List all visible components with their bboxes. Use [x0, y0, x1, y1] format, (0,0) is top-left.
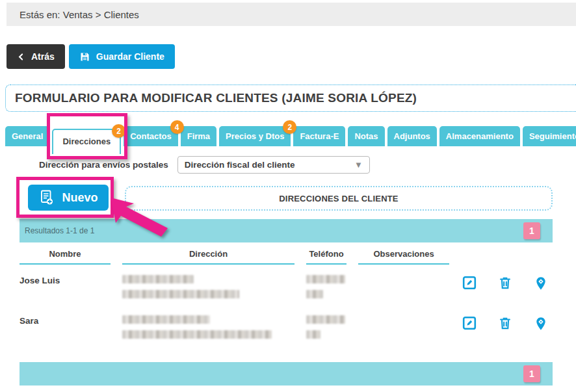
tab-contactos[interactable]: Contactos4 [124, 126, 178, 146]
tab-adjuntos[interactable]: Adjuntos [387, 126, 437, 146]
tab-almacenamiento[interactable]: Almacenamiento [439, 126, 520, 146]
row-direccion [122, 315, 295, 345]
tab-label: General [12, 131, 43, 141]
new-address-button[interactable]: Nuevo [28, 185, 109, 211]
redacted-text [122, 330, 272, 339]
save-icon [79, 51, 90, 62]
page-number-badge[interactable]: 1 [523, 222, 540, 239]
tab-count-badge: 2 [112, 124, 125, 138]
addresses-panel-title: DIRECCIONES DEL CLIENTE [125, 186, 553, 211]
map-pin-button[interactable] [532, 275, 549, 292]
row-telefono [306, 315, 347, 345]
redacted-text [122, 290, 239, 298]
delete-button[interactable] [497, 315, 514, 332]
addresses-panel-title-text: DIRECCIONES DEL CLIENTE [279, 194, 399, 203]
redacted-text [122, 275, 194, 283]
tab-notas[interactable]: Notas [348, 126, 384, 146]
addresses-table-header: NombreDirecciónTeléfonoObservaciones [20, 242, 553, 265]
tab-label: Direcciones [62, 137, 111, 146]
address-table-body: Jose Luis [20, 265, 553, 345]
delete-button[interactable] [497, 275, 514, 292]
redacted-text [306, 275, 345, 283]
table-row: Sara [20, 305, 553, 345]
map-pin-icon [534, 275, 548, 292]
tab-general[interactable]: General [5, 126, 49, 146]
row-actions [461, 315, 560, 345]
table-row: Jose Luis [20, 265, 553, 305]
new-address-button-label: Nuevo [62, 191, 98, 205]
tab-label: Precios y Dtos [226, 131, 284, 141]
tab-seguimiento[interactable]: Seguimiento [523, 126, 576, 146]
column-header: Observaciones [358, 242, 449, 265]
tab-label: Adjuntos [394, 131, 430, 141]
chevron-left-icon [17, 53, 25, 61]
row-direccion [122, 275, 295, 305]
trash-icon [498, 275, 512, 291]
page-title-text: FORMULARIO PARA MODIFICAR CLIENTES (JAIM… [15, 91, 417, 105]
tab-label: Seguimiento [529, 131, 576, 141]
edit-button[interactable] [461, 315, 478, 332]
column-header: Nombre [20, 242, 111, 265]
redacted-text [306, 315, 345, 324]
postal-address-select[interactable]: Dirección fiscal del cliente ▼ [177, 156, 370, 174]
action-toolbar: Atrás Guardar Cliente [7, 44, 576, 69]
save-client-label: Guardar Cliente [96, 51, 164, 62]
row-name: Sara [20, 315, 111, 345]
tab-label: Factura-E [300, 131, 339, 141]
tab-bar: GeneralDirecciones2Contactos4FirmaPrecio… [5, 126, 576, 146]
document-plus-icon [38, 189, 55, 206]
row-name: Jose Luis [20, 275, 111, 305]
redacted-text [122, 315, 210, 324]
back-button-label: Atrás [31, 51, 55, 62]
row-telefono [306, 275, 347, 305]
tab-label: Contactos [130, 131, 172, 141]
back-button[interactable]: Atrás [7, 44, 65, 69]
page-title: FORMULARIO PARA MODIFICAR CLIENTES (JAIM… [5, 85, 576, 112]
tab-precios-y-dtos[interactable]: Precios y Dtos2 [219, 126, 291, 146]
tab-factura-e[interactable]: Factura-E [293, 126, 345, 146]
column-header-actions [461, 242, 553, 265]
postal-address-selected-value: Dirección fiscal del cliente [185, 160, 295, 170]
pagination-bar: 1 [20, 362, 553, 385]
edit-icon [462, 315, 477, 331]
row-observaciones [358, 275, 449, 305]
new-address-row: Nuevo DIRECCIONES DEL CLIENTE [20, 185, 553, 211]
redacted-text [306, 290, 323, 298]
tab-firma[interactable]: Firma [181, 126, 216, 146]
redacted-text [306, 330, 321, 339]
tab-label: Almacenamiento [446, 131, 514, 141]
tab-label: Firma [187, 131, 210, 141]
addresses-table: NombreDirecciónTeléfonoObservaciones Jos… [20, 242, 553, 345]
save-client-button[interactable]: Guardar Cliente [69, 44, 175, 69]
postal-address-label: Dirección para envíos postales [39, 160, 168, 170]
results-bar: Resultados 1-1 de 1 1 [20, 219, 553, 242]
breadcrumb: Estás en: Ventas > Clientes [7, 3, 576, 26]
tab-count-badge: 4 [170, 120, 184, 134]
tab-label: Notas [354, 131, 378, 141]
results-count-text: Resultados 1-1 de 1 [25, 226, 94, 235]
chevron-down-icon: ▼ [354, 160, 363, 170]
map-pin-button[interactable] [532, 315, 549, 332]
row-observaciones [358, 315, 449, 345]
edit-icon [462, 275, 477, 291]
breadcrumb-text: Estás en: Ventas > Clientes [20, 9, 139, 20]
map-pin-icon [534, 315, 548, 332]
column-header: Teléfono [306, 242, 347, 265]
row-actions [461, 275, 560, 305]
trash-icon [498, 315, 512, 331]
page-number-badge[interactable]: 1 [523, 365, 540, 382]
tab-direcciones[interactable]: Direcciones2 [52, 129, 121, 154]
edit-button[interactable] [461, 275, 478, 292]
column-header: Dirección [122, 242, 295, 265]
postal-address-row: Dirección para envíos postales Dirección… [39, 156, 576, 174]
